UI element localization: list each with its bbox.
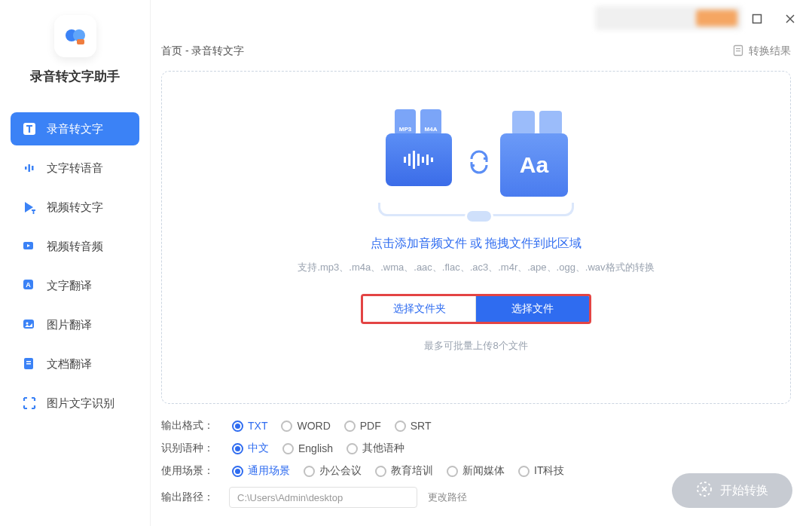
nav-image-translate[interactable]: 图片翻译 [11, 308, 139, 341]
svg-rect-22 [736, 50, 740, 51]
lang-chinese-radio[interactable]: 中文 [232, 442, 269, 455]
select-button-group: 选择文件夹 选择文件 [361, 294, 591, 324]
doc-translate-icon [21, 356, 38, 372]
change-path-link[interactable]: 更改路径 [428, 491, 467, 504]
upload-formats: 支持.mp3、.m4a、.wma、.aac、.flac、.ac3、.m4r、.a… [298, 261, 654, 274]
svg-rect-21 [736, 48, 740, 49]
svg-rect-26 [417, 154, 420, 166]
svg-rect-23 [404, 157, 406, 163]
nav-audio-to-text[interactable]: 录音转文字 [11, 112, 139, 145]
svg-rect-5 [29, 164, 31, 172]
translate-icon: A [21, 277, 38, 294]
sound-wave-icon [21, 160, 38, 176]
nav-video-to-audio[interactable]: 视频转音频 [11, 230, 139, 263]
nav-label: 文字转语音 [47, 161, 103, 176]
svg-rect-4 [25, 167, 27, 170]
output-path-label: 输出路径： [161, 491, 218, 504]
lang-english-radio[interactable]: English [282, 442, 333, 454]
svg-point-11 [26, 323, 29, 325]
svg-rect-24 [408, 154, 411, 166]
play-text-icon [21, 199, 38, 216]
nav-ocr[interactable]: 图片文字识别 [11, 387, 139, 420]
nav-label: 文字翻译 [47, 279, 92, 293]
nav-video-to-text[interactable]: 视频转文字 [11, 191, 139, 224]
scene-news-radio[interactable]: 新闻媒体 [447, 464, 505, 478]
blurred-header-label [595, 6, 742, 30]
nav-text-translate[interactable]: A 文字翻译 [11, 269, 139, 302]
svg-rect-28 [426, 154, 429, 165]
svg-rect-14 [26, 363, 31, 365]
text-icon [21, 121, 38, 137]
sidebar: 录音转文字助手 录音转文字 文字转语音 视频转文字 视频转音频 A 文字翻译 图… [0, 0, 151, 526]
upload-dropzone[interactable]: MP3 M4A Aa 点击添加音频文件 或 拖拽文件到此区域 支持.mp3、.m… [161, 71, 791, 404]
scene-education-radio[interactable]: 教育培训 [375, 464, 433, 478]
select-file-button[interactable]: 选择文件 [476, 296, 589, 322]
nav-text-to-speech[interactable]: 文字转语音 [11, 151, 139, 185]
lang-other-radio[interactable]: 其他语种 [346, 442, 404, 455]
conversion-result-label: 转换结果 [749, 44, 791, 58]
nav-label: 文档翻译 [47, 357, 92, 372]
nav-label: 视频转音频 [47, 240, 103, 254]
breadcrumb: 首页 - 录音转文字 [161, 44, 244, 58]
format-srt-radio[interactable]: SRT [395, 420, 432, 432]
app-title: 录音转文字助手 [30, 68, 120, 85]
output-format-row: 输出格式： TXT WORD PDF SRT [161, 419, 791, 433]
close-button[interactable] [776, 5, 804, 33]
svg-text:A: A [26, 281, 31, 289]
language-label: 识别语种： [161, 442, 218, 455]
output-path-input[interactable] [229, 487, 417, 508]
language-row: 识别语种： 中文 English 其他语种 [161, 442, 791, 455]
video-audio-icon [21, 238, 38, 255]
maximize-button[interactable] [743, 5, 771, 33]
convert-icon [696, 481, 713, 500]
main-area: 更多 首页 - 录音转文字 转换结果 MP3 M4A Aa [151, 0, 812, 526]
svg-rect-6 [32, 166, 34, 170]
svg-rect-19 [753, 15, 762, 23]
scene-label: 使用场景： [161, 464, 218, 478]
nav-label: 视频转文字 [47, 200, 103, 215]
app-logo [54, 15, 96, 57]
svg-rect-29 [431, 157, 433, 162]
upload-limit: 最多可批量上传8个文件 [424, 339, 527, 353]
scene-meeting-radio[interactable]: 办公会议 [304, 464, 362, 478]
format-pdf-radio[interactable]: PDF [344, 420, 381, 432]
svg-rect-2 [77, 39, 84, 44]
upload-title: 点击添加音频文件 或 拖拽文件到此区域 [371, 236, 582, 252]
scene-it-radio[interactable]: IT科技 [518, 464, 564, 478]
format-txt-radio[interactable]: TXT [232, 420, 267, 432]
nav-label: 录音转文字 [47, 122, 103, 136]
start-convert-button[interactable]: 开始转换 [672, 473, 792, 508]
format-word-radio[interactable]: WORD [281, 420, 330, 432]
conversion-result-link[interactable]: 转换结果 [732, 44, 791, 59]
scene-general-radio[interactable]: 通用场景 [232, 464, 290, 478]
svg-rect-27 [422, 157, 424, 163]
document-icon [732, 44, 744, 59]
nav-label: 图片翻译 [47, 318, 92, 332]
svg-rect-25 [413, 151, 415, 169]
svg-rect-13 [26, 361, 31, 362]
select-folder-button[interactable]: 选择文件夹 [363, 296, 476, 322]
upload-illustration: MP3 M4A Aa [363, 96, 589, 216]
output-format-label: 输出格式： [161, 419, 218, 433]
nav-label: 图片文字识别 [47, 396, 114, 411]
start-convert-label: 开始转换 [720, 483, 768, 499]
nav-doc-translate[interactable]: 文档翻译 [11, 347, 139, 381]
image-translate-icon [21, 317, 38, 333]
ocr-icon [21, 395, 38, 411]
